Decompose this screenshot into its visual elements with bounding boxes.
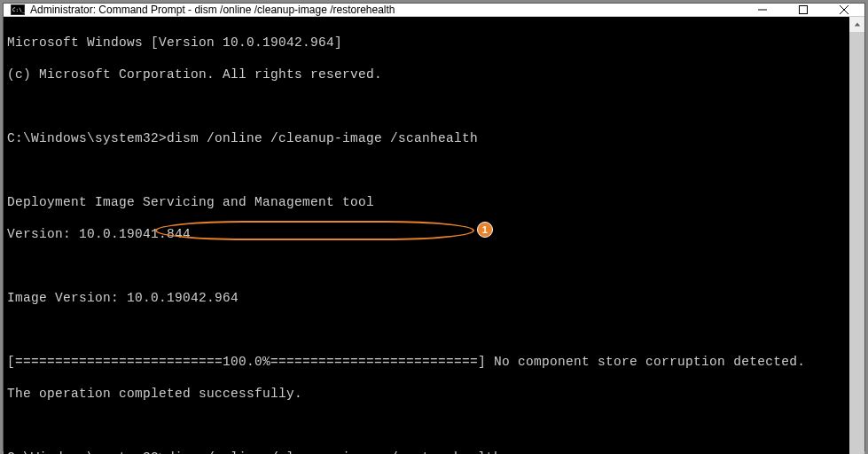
scrollbar-track[interactable]: [849, 32, 864, 454]
window-controls: [742, 4, 864, 16]
progress-bar-line: [==========================100.0%=======…: [7, 354, 849, 370]
output-line: [7, 322, 849, 338]
badge-number: 1: [482, 222, 488, 238]
svg-rect-1: [800, 6, 808, 14]
command-line: C:\Windows\system32>dism /online /cleanu…: [7, 450, 849, 454]
window-title: Administrator: Command Prompt - dism /on…: [30, 4, 742, 16]
output-line: [7, 258, 849, 274]
vertical-scrollbar[interactable]: [849, 17, 864, 454]
terminal-output[interactable]: Microsoft Windows [Version 10.0.19042.96…: [4, 17, 849, 454]
output-line: [7, 418, 849, 434]
command-prompt-window: Administrator: Command Prompt - dism /on…: [3, 3, 865, 451]
output-line: The operation completed successfully.: [7, 386, 849, 402]
typed-command: dism /online /cleanup-image /scanhealth: [167, 131, 478, 145]
cmd-icon: [11, 4, 25, 15]
output-line: [7, 98, 849, 114]
typed-command: dism /online /cleanup-image /restoreheal…: [167, 450, 502, 454]
close-button[interactable]: [824, 4, 864, 16]
terminal-area: Microsoft Windows [Version 10.0.19042.96…: [4, 17, 864, 454]
chevron-up-icon: [854, 21, 861, 28]
minimize-button[interactable]: [742, 4, 783, 16]
output-line: (c) Microsoft Corporation. All rights re…: [7, 67, 849, 82]
output-line: Microsoft Windows [Version 10.0.19042.96…: [7, 35, 849, 51]
output-line: Deployment Image Servicing and Managemen…: [7, 194, 849, 210]
scrollbar-thumb[interactable]: [849, 32, 864, 454]
command-line: C:\Windows\system32>dism /online /cleanu…: [7, 130, 849, 146]
prompt-path: C:\Windows\system32>: [7, 450, 167, 454]
annotation-badge: 1: [477, 222, 493, 238]
maximize-button[interactable]: [783, 4, 824, 16]
output-line: [7, 162, 849, 178]
maximize-icon: [799, 5, 808, 14]
scrollbar-up-button[interactable]: [849, 17, 864, 32]
output-line: Image Version: 10.0.19042.964: [7, 290, 849, 306]
svg-rect-0: [758, 10, 767, 11]
minimize-icon: [758, 5, 767, 14]
output-line: Version: 10.0.19041.844: [7, 226, 849, 242]
close-icon: [840, 5, 848, 14]
titlebar[interactable]: Administrator: Command Prompt - dism /on…: [4, 4, 864, 17]
prompt-path: C:\Windows\system32>: [7, 131, 167, 145]
